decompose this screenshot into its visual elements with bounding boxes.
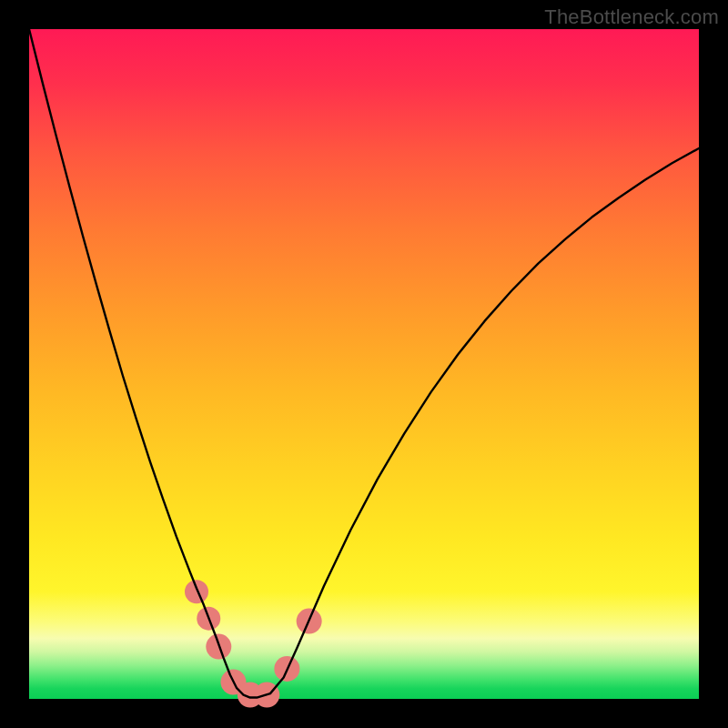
markers-group [185,580,322,707]
chart-frame: TheBottleneck.com [0,0,728,728]
bottleneck-curve-path [29,29,699,698]
chart-svg [29,29,699,699]
watermark-text: TheBottleneck.com [544,5,719,29]
marker-point [185,580,208,603]
chart-plot-area [29,29,699,699]
